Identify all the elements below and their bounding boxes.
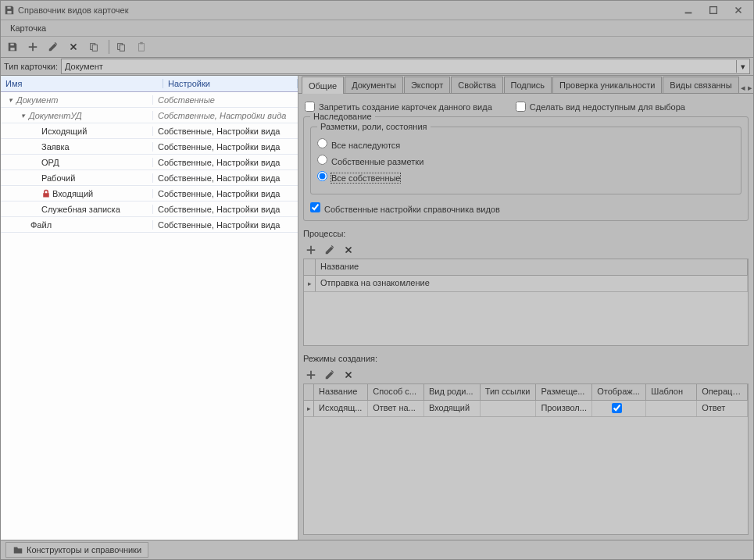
tab-2[interactable]: Экспорт: [404, 77, 450, 93]
titlebar: Справочник видов карточек: [1, 1, 753, 20]
tree-row[interactable]: ФайлСобственные, Настройки вида: [1, 217, 298, 233]
tree-row[interactable]: ▾ДокументСобственные: [1, 92, 298, 108]
own-settings-checkbox[interactable]: Собственные настройки справочника видов: [310, 202, 500, 214]
markups-roles-states-group: Разметки, роли, состояния Все наследуютс…: [310, 127, 741, 194]
modes-row[interactable]: ▸Исходящ...Ответ на...ВходящийПроизвол..…: [304, 401, 748, 417]
tree-row[interactable]: ВходящийСобственные, Настройки вида: [1, 186, 298, 202]
paste-button[interactable]: [133, 39, 150, 55]
tree-header: Имя Настройки: [1, 76, 298, 92]
process-edit-button[interactable]: [322, 243, 338, 257]
save-titlebar-icon: [4, 5, 15, 16]
maximize-button[interactable]: [702, 3, 725, 17]
lock-icon: [41, 189, 51, 198]
tree-row[interactable]: ЗаявкаСобственные, Настройки вида: [1, 139, 298, 155]
display-checkbox[interactable]: [612, 403, 622, 413]
tree-row[interactable]: РабочийСобственные, Настройки вида: [1, 170, 298, 186]
tree-row[interactable]: Служебная запискаСобственные, Настройки …: [1, 202, 298, 217]
tab-3[interactable]: Свойства: [451, 77, 502, 93]
modes-col[interactable]: Шаблон: [646, 384, 697, 400]
svg-rect-5: [120, 45, 124, 51]
modes-label: Режимы создания:: [303, 354, 749, 363]
radio-all-own[interactable]: Все собственные: [317, 171, 734, 183]
radio-all-inherited[interactable]: Все наследуются: [317, 138, 734, 150]
forbid-create-checkbox[interactable]: Запретить создание карточек данного вида: [305, 102, 492, 112]
modes-col[interactable]: Размеще...: [536, 384, 592, 400]
tab-4[interactable]: Подпись: [504, 77, 552, 93]
edit-button[interactable]: [45, 39, 62, 55]
process-col-name[interactable]: Название: [316, 259, 748, 275]
tab-scroll-right[interactable]: ▸: [746, 83, 753, 93]
card-type-combo[interactable]: Документ ▾: [61, 59, 750, 74]
svg-rect-7: [140, 42, 143, 45]
close-button[interactable]: [727, 3, 750, 17]
modes-col[interactable]: Вид роди...: [424, 384, 481, 400]
process-delete-button[interactable]: [341, 243, 356, 257]
tree-row[interactable]: ИсходящийСобственные, Настройки вида: [1, 123, 298, 139]
modes-col[interactable]: Название: [314, 384, 368, 400]
svg-rect-1: [710, 7, 717, 14]
tab-scroll-left[interactable]: ◂: [740, 83, 747, 93]
col-name[interactable]: Имя: [1, 79, 163, 88]
processes-toolbar: [303, 241, 749, 259]
mode-edit-button[interactable]: [322, 368, 338, 382]
processes-label: Процессы:: [303, 229, 749, 238]
mode-add-button[interactable]: [303, 368, 319, 382]
window-title: Справочник видов карточек: [18, 5, 675, 15]
tree[interactable]: ▾ДокументСобственные▾ДокументУДСобственн…: [1, 92, 298, 540]
card-type-value: Документ: [65, 62, 103, 71]
radio-own-markups[interactable]: Собственные разметки: [317, 155, 734, 166]
inheritance-group: Наследование Разметки, роли, состояния В…: [303, 116, 749, 221]
footer: Конструкторы и справочники: [1, 540, 753, 559]
tab-1[interactable]: Документы: [345, 77, 403, 93]
minimize-button[interactable]: [677, 3, 700, 17]
chevron-down-icon: ▾: [736, 60, 749, 73]
folder-icon: [13, 544, 23, 555]
processes-grid[interactable]: Название ▸Отправка на ознакомление: [303, 259, 749, 346]
constructors-button[interactable]: Конструкторы и справочники: [5, 542, 148, 558]
delete-button[interactable]: [65, 39, 82, 55]
svg-rect-6: [139, 44, 145, 52]
row-indicator-header: [304, 259, 316, 275]
toolbar: [1, 37, 753, 58]
filterbar: Тип карточки: Документ ▾: [1, 58, 753, 76]
copy-button[interactable]: [85, 39, 102, 55]
mode-delete-button[interactable]: [341, 368, 356, 382]
tab-6[interactable]: Виды связанны: [663, 77, 738, 93]
process-add-button[interactable]: [303, 243, 319, 257]
menu-card[interactable]: Карточка: [5, 22, 51, 34]
tab-5[interactable]: Проверка уникальности: [552, 77, 662, 93]
card-type-label: Тип карточки:: [4, 62, 58, 71]
modes-col[interactable]: Операци...: [697, 384, 748, 400]
svg-rect-3: [92, 45, 97, 51]
add-button[interactable]: [24, 39, 41, 55]
expander-icon[interactable]: ▾: [18, 111, 27, 120]
menubar: Карточка: [1, 20, 753, 37]
tabs: ОбщиеДокументыЭкспортСвойстваПодписьПров…: [298, 76, 753, 94]
expander-icon[interactable]: ▾: [5, 95, 15, 105]
toolbar-separator: [109, 40, 109, 54]
save-button[interactable]: [4, 39, 21, 55]
modes-grid[interactable]: НазваниеСпособ с...Вид роди...Тип ссылки…: [303, 383, 749, 535]
modes-toolbar: [303, 366, 749, 383]
process-row[interactable]: ▸Отправка на ознакомление: [304, 276, 748, 292]
tree-row[interactable]: ОРДСобственные, Настройки вида: [1, 155, 298, 170]
row-indicator-icon: ▸: [304, 276, 316, 291]
svg-rect-0: [685, 12, 692, 14]
make-unavailable-checkbox[interactable]: Сделать вид недоступным для выбора: [516, 102, 685, 112]
tab-0[interactable]: Общие: [302, 77, 344, 94]
tree-row[interactable]: ▾ДокументУДСобственные, Настройки вида: [1, 108, 298, 123]
modes-col[interactable]: Отображ...: [592, 384, 646, 400]
copy2-button[interactable]: [113, 39, 130, 55]
modes-col[interactable]: Способ с...: [368, 384, 424, 400]
tab-general-panel: Запретить создание карточек данного вида…: [298, 94, 753, 540]
col-settings[interactable]: Настройки: [163, 79, 298, 88]
modes-col[interactable]: Тип ссылки: [481, 384, 537, 400]
